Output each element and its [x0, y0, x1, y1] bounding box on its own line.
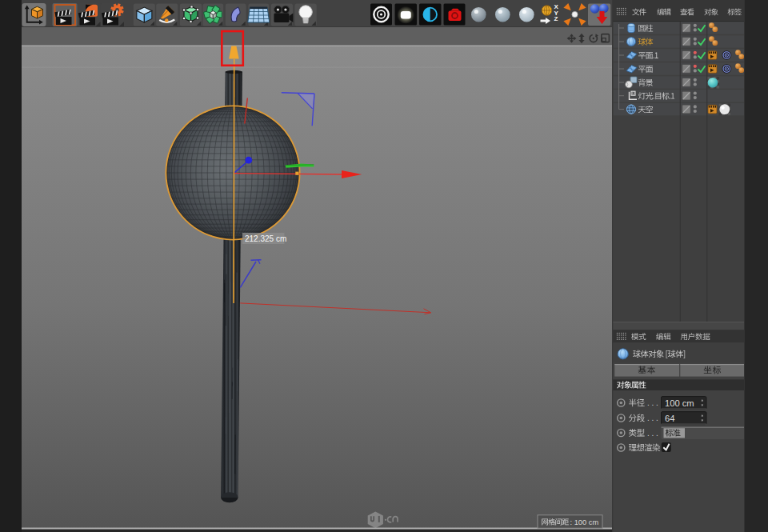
svg-text:100 cm: 100 cm	[665, 398, 694, 408]
svg-text:. . .: . . .	[647, 398, 658, 407]
svg-text:: 100 cm: : 100 cm	[570, 518, 599, 526]
svg-text:Z: Z	[554, 15, 558, 22]
svg-text:. . .: . . .	[647, 429, 658, 438]
svg-text:. . .: . . .	[647, 414, 658, 422]
svg-text:64: 64	[665, 414, 674, 423]
svg-text:212.325 cm: 212.325 cm	[245, 234, 286, 243]
